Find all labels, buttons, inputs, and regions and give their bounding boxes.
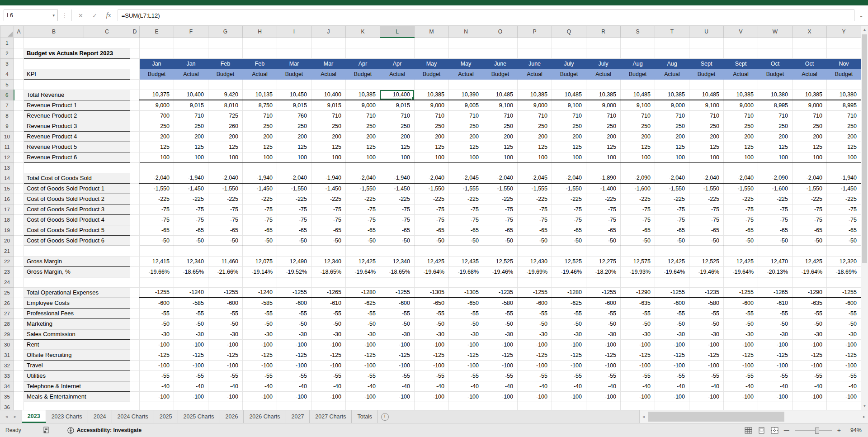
cell-E27[interactable]: -55 — [140, 308, 174, 318]
row-header-3[interactable]: 3 — [0, 58, 14, 69]
row-label-11[interactable]: Revenue Product 5 — [24, 142, 130, 152]
cell-G11[interactable]: 125 — [208, 142, 243, 152]
cell-T7[interactable]: 9,000 — [655, 100, 689, 110]
column-header-N[interactable]: N — [449, 26, 483, 38]
cell-D32[interactable] — [130, 360, 140, 370]
cell-M12[interactable]: 100 — [415, 152, 449, 162]
cell-G27[interactable]: -55 — [208, 308, 243, 318]
cell-R18[interactable]: -75 — [586, 214, 621, 225]
cell-X19[interactable]: -65 — [793, 225, 827, 235]
cell-N26[interactable]: -650 — [449, 298, 483, 308]
cell-R27[interactable]: -55 — [586, 308, 621, 318]
cell-H23[interactable]: -19.14% — [243, 266, 277, 277]
cell-U31[interactable]: -125 — [689, 350, 724, 360]
cell-R4[interactable]: Actual — [586, 69, 621, 79]
column-header-P[interactable]: P — [518, 26, 552, 38]
cell-R20[interactable]: -50 — [586, 235, 621, 246]
cell-P21[interactable] — [518, 246, 552, 256]
cell-O26[interactable]: -580 — [483, 298, 518, 308]
cell-M15[interactable]: -1,550 — [415, 183, 449, 194]
cell-P17[interactable]: -75 — [518, 204, 552, 214]
cell-U20[interactable]: -50 — [689, 235, 724, 246]
cell-U13[interactable] — [689, 162, 724, 173]
cell-W2[interactable] — [758, 48, 793, 58]
cell-D13[interactable] — [130, 162, 140, 173]
cell-D10[interactable] — [130, 131, 140, 142]
cell-V13[interactable] — [724, 162, 758, 173]
zoom-in-button[interactable]: + — [837, 427, 841, 434]
cell-O15[interactable]: -1,550 — [483, 183, 518, 194]
report-title[interactable]: Budget vs Actuals Report 2023 — [24, 48, 130, 58]
cell-V27[interactable]: -55 — [724, 308, 758, 318]
cell-V15[interactable]: -1,550 — [724, 183, 758, 194]
cell-G19[interactable]: -65 — [208, 225, 243, 235]
cell-M10[interactable]: 200 — [415, 131, 449, 142]
cell-F13[interactable] — [174, 162, 208, 173]
cell-F31[interactable]: -125 — [174, 350, 208, 360]
cell-Y6[interactable]: 10,380 — [827, 90, 861, 100]
cell-A30[interactable] — [14, 339, 24, 350]
cell-R2[interactable] — [586, 48, 621, 58]
sheet-tab-2024[interactable]: 2024 — [88, 410, 112, 423]
cell-W3[interactable]: Oct — [758, 58, 793, 69]
cell-R35[interactable]: -100 — [586, 391, 621, 402]
cell-X5[interactable] — [793, 79, 827, 90]
cell-J17[interactable]: -75 — [311, 204, 346, 214]
cell-O2[interactable] — [483, 48, 518, 58]
row-label-20[interactable]: Cost of Goods Sold Product 6 — [24, 235, 130, 246]
cell-A10[interactable] — [14, 131, 24, 142]
cell-G15[interactable]: -1,550 — [208, 183, 243, 194]
cell-H3[interactable]: Feb — [243, 58, 277, 69]
cell-P20[interactable]: -50 — [518, 235, 552, 246]
cell-Q14[interactable]: -2,040 — [552, 173, 586, 183]
cell-G14[interactable]: -2,040 — [208, 173, 243, 183]
cell-T16[interactable]: -225 — [655, 194, 689, 204]
row-label-17[interactable]: Cost of Goods Sold Product 3 — [24, 204, 130, 214]
cell-D25[interactable] — [130, 287, 140, 298]
cell-A8[interactable] — [14, 110, 24, 121]
cell-E23[interactable]: -19.66% — [140, 266, 174, 277]
cell-Q27[interactable]: -55 — [552, 308, 586, 318]
cell-N18[interactable]: -75 — [449, 214, 483, 225]
scroll-left-icon[interactable]: ◄ — [640, 415, 647, 419]
row-label-35[interactable]: Meals & Entertainment — [24, 391, 130, 402]
cell-E28[interactable]: -50 — [140, 318, 174, 329]
enter-icon[interactable]: ✓ — [92, 12, 97, 19]
cell-B21[interactable] — [24, 246, 130, 256]
cell-J33[interactable]: -55 — [311, 370, 346, 381]
cell-K27[interactable]: -55 — [346, 308, 380, 318]
cell-P32[interactable]: -100 — [518, 360, 552, 370]
cell-O24[interactable] — [483, 277, 518, 287]
insert-function-icon[interactable]: fx — [106, 12, 111, 19]
cell-W25[interactable]: -1265 — [758, 287, 793, 298]
cell-O25[interactable]: -1235 — [483, 287, 518, 298]
name-box-dropdown-icon[interactable]: ▾ — [52, 13, 55, 18]
cell-E10[interactable]: 200 — [140, 131, 174, 142]
cell-F15[interactable]: -1,450 — [174, 183, 208, 194]
cell-T13[interactable] — [655, 162, 689, 173]
cell-H12[interactable]: 100 — [243, 152, 277, 162]
cell-V20[interactable]: -50 — [724, 235, 758, 246]
cell-A26[interactable] — [14, 298, 24, 308]
cell-K14[interactable]: -2,040 — [346, 173, 380, 183]
cell-F21[interactable] — [174, 246, 208, 256]
cell-G33[interactable]: -55 — [208, 370, 243, 381]
cell-L34[interactable]: -40 — [380, 381, 415, 391]
cell-W20[interactable]: -50 — [758, 235, 793, 246]
cell-G23[interactable]: -21.66% — [208, 266, 243, 277]
cell-Y26[interactable]: -600 — [827, 298, 861, 308]
cell-L33[interactable]: -55 — [380, 370, 415, 381]
cell-J25[interactable]: -1265 — [311, 287, 346, 298]
cell-J9[interactable]: 250 — [311, 121, 346, 131]
row-header-9[interactable]: 9 — [0, 121, 14, 131]
cell-K3[interactable]: Apr — [346, 58, 380, 69]
row-header-35[interactable]: 35 — [0, 391, 14, 402]
cell-N19[interactable]: -65 — [449, 225, 483, 235]
cell-S16[interactable]: -225 — [621, 194, 655, 204]
cell-B1[interactable] — [24, 38, 130, 48]
cell-I6[interactable]: 10,450 — [277, 90, 311, 100]
cell-F24[interactable] — [174, 277, 208, 287]
row-label-22[interactable]: Gross Margin — [24, 256, 130, 266]
row-header-31[interactable]: 31 — [0, 350, 14, 360]
cell-H9[interactable]: 250 — [243, 121, 277, 131]
